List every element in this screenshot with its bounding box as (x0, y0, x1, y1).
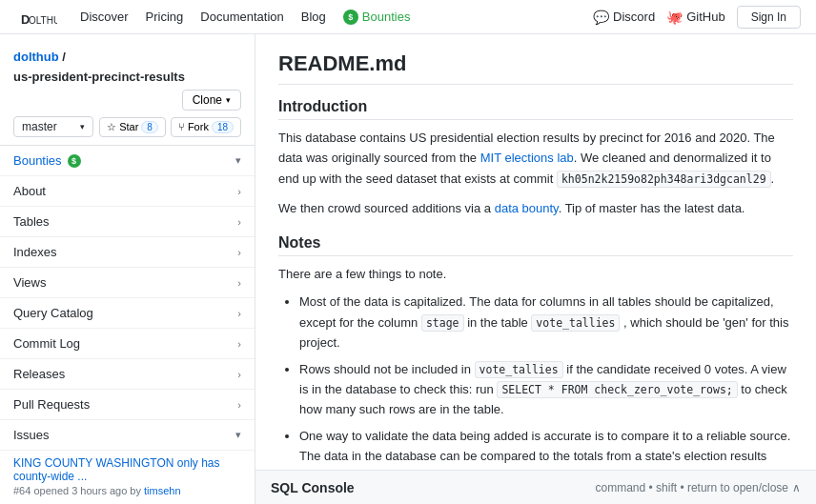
releases-chevron-icon: › (237, 369, 241, 380)
sidebar-item-releases[interactable]: Releases › (0, 359, 255, 390)
note-item-2: Rows should not be included in vote_tall… (299, 359, 793, 420)
notes-heading: Notes (278, 234, 793, 256)
note-item-1: Most of the data is capitalized. The dat… (299, 292, 793, 353)
branch-select[interactable]: master ▾ (13, 116, 93, 137)
about-chevron-icon: › (237, 186, 241, 197)
about-label: About (13, 184, 46, 198)
sidebar-item-query-catalog[interactable]: Query Catalog › (0, 298, 255, 329)
releases-label: Releases (13, 367, 65, 381)
svg-text:OLTHUB: OLTHUB (29, 15, 57, 26)
nav-link-pricing[interactable]: Pricing (146, 10, 184, 24)
repo-name: us-president-precinct-results (13, 68, 241, 87)
query-catalog-chevron-icon: › (237, 308, 241, 319)
bounties-label: Bounties (362, 10, 411, 24)
nav-link-documentation[interactable]: Documentation (200, 10, 283, 24)
vote-tallies-code2: vote_tallies (475, 361, 563, 378)
nav-discord[interactable]: 💬 Discord (593, 10, 655, 25)
github-label: GitHub (686, 10, 724, 24)
issue-author-link[interactable]: timsehn (144, 485, 181, 496)
nav-link-bounties[interactable]: $ Bounties (343, 10, 411, 25)
sidebar-item-indexes[interactable]: Indexes › (0, 237, 255, 268)
star-count-badge: 8 (141, 121, 158, 133)
note-item-3: One way to validate the data being added… (299, 426, 793, 470)
commit-log-label: Commit Log (13, 336, 80, 351)
repo-path: dolthub / us-president-precinct-results (0, 42, 255, 90)
issues-label: Issues (13, 428, 50, 442)
sql-console-chevron-icon: ∧ (792, 481, 801, 494)
issue-item: KING COUNTY WASHINGTON only has county-w… (0, 451, 255, 500)
main-content: README.md Introduction This database con… (255, 34, 816, 470)
views-chevron-icon: › (237, 277, 241, 289)
select-code: SELECT * FROM check_zero_vote_rows; (497, 381, 737, 398)
stage-code: stage (421, 314, 464, 332)
views-label: Views (13, 275, 46, 290)
star-fork-group: ☆ Star 8 ⑂ Fork 18 (99, 117, 241, 137)
sql-console-hint: command • shift • return to open/close ∧ (596, 481, 802, 494)
logo[interactable]: D OLTHUB (15, 3, 57, 31)
fork-label: Fork (188, 121, 209, 132)
nav-link-blog[interactable]: Blog (301, 10, 326, 24)
tables-chevron-icon: › (237, 216, 241, 228)
fork-button[interactable]: ⑂ Fork 18 (171, 117, 241, 137)
sidebar-item-about[interactable]: About › (0, 176, 255, 207)
branch-name: master (22, 120, 57, 133)
sql-console-bar[interactable]: SQL Console command • shift • return to … (255, 470, 816, 504)
vote-tallies-code: vote_tallies (531, 314, 620, 332)
clone-button[interactable]: Clone ▾ (182, 90, 241, 111)
pull-requests-chevron-icon: › (237, 399, 241, 411)
sidebar: dolthub / us-president-precinct-results … (0, 34, 255, 504)
sidebar-item-pull-requests[interactable]: Pull Requests › (0, 390, 255, 420)
indexes-label: Indexes (13, 245, 57, 259)
intro-heading: Introduction (278, 98, 793, 120)
signin-button[interactable]: Sign In (737, 6, 801, 29)
bounties-section-label: Bounties (13, 153, 62, 168)
sidebar-sections: Bounties $ ▾ About › Tables › Indexes › (0, 145, 255, 504)
nav-github[interactable]: 🐙 GitHub (666, 10, 724, 25)
clone-label: Clone (193, 93, 222, 107)
fork-count-badge: 18 (212, 121, 234, 133)
branch-chevron-icon: ▾ (80, 122, 85, 131)
nav-right: 💬 Discord 🐙 GitHub Sign In (593, 6, 801, 29)
star-button[interactable]: ☆ Star 8 (99, 117, 166, 137)
sidebar-item-bounties[interactable]: Bounties $ ▾ (0, 146, 255, 176)
tables-label: Tables (13, 214, 50, 229)
mit-elections-lab-link[interactable]: MIT elections lab (480, 151, 574, 165)
bounties-chevron-icon: ▾ (235, 154, 241, 167)
issue-number: #64 (13, 485, 31, 496)
intro-para2: We then crowd sourced additions via a da… (278, 198, 793, 218)
sidebar-item-commit-log[interactable]: Commit Log › (0, 329, 255, 359)
clone-chevron-icon: ▾ (226, 95, 231, 105)
discord-label: Discord (613, 10, 655, 24)
issue-title[interactable]: KING COUNTY WASHINGTON only has county-w… (13, 456, 241, 483)
data-bounty-link[interactable]: data bounty (495, 201, 559, 215)
issue-count: There are 1 issues (0, 500, 255, 504)
top-nav: D OLTHUB Discover Pricing Documentation … (0, 0, 816, 34)
nav-links: Discover Pricing Documentation Blog $ Bo… (80, 10, 410, 25)
bounties-dollar-icon: $ (343, 10, 358, 25)
clone-row: Clone ▾ (0, 90, 255, 116)
bounties-section-badge: $ (68, 154, 81, 168)
notes-list: Most of the data is capitalized. The dat… (278, 292, 793, 470)
sidebar-item-tables[interactable]: Tables › (0, 207, 255, 237)
github-icon: 🐙 (666, 10, 683, 25)
commit-hash: kh05n2k2159o82ph348ari3dgcanl29 (557, 171, 771, 188)
sql-console-title: SQL Console (271, 480, 355, 495)
discord-icon: 💬 (593, 10, 609, 25)
sidebar-item-views[interactable]: Views › (0, 268, 255, 298)
intro-para1: This database contains US presidential e… (278, 128, 793, 189)
sidebar-item-issues[interactable]: Issues ▾ (0, 420, 255, 451)
fork-icon: ⑂ (178, 121, 185, 132)
pull-requests-label: Pull Requests (13, 397, 90, 412)
commit-log-chevron-icon: › (237, 338, 241, 350)
notes-intro: There are a few things to note. (278, 264, 793, 284)
star-label: Star (119, 121, 138, 132)
indexes-chevron-icon: › (237, 247, 241, 258)
star-icon: ☆ (107, 121, 116, 133)
nav-link-discover[interactable]: Discover (80, 10, 129, 24)
sql-hint-text: command • shift • return to open/close (596, 481, 789, 494)
query-catalog-label: Query Catalog (13, 306, 93, 320)
issues-chevron-icon: ▾ (235, 429, 241, 441)
branch-star-fork-row: master ▾ ☆ Star 8 ⑂ Fork 18 (0, 116, 255, 145)
issue-meta: #64 opened 3 hours ago by timsehn (13, 485, 241, 496)
repo-owner-link[interactable]: dolthub (13, 50, 59, 64)
